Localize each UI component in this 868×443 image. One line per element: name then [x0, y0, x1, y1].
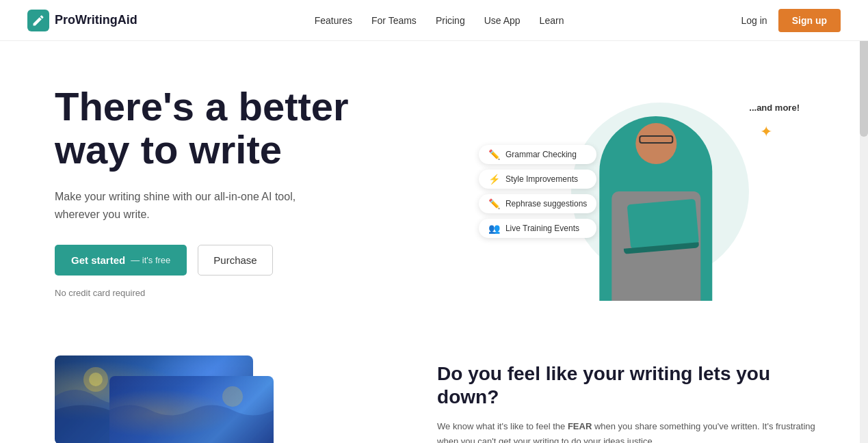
free-tag: — it's free	[131, 255, 170, 265]
section-desc-part2: your ideas justice.	[583, 436, 655, 443]
section-two-title: Do you feel like your writing lets you d…	[437, 362, 817, 408]
rephrase-label: Rephrase suggestions	[505, 199, 587, 209]
style-label: Style Improvements	[505, 174, 578, 184]
painting-section: My idea in my head	[55, 355, 396, 443]
logo[interactable]: ProWritingAid	[27, 10, 137, 31]
hero-cta: Get started — it's free Purchase	[55, 245, 472, 276]
logo-icon	[27, 10, 49, 31]
grammar-icon: ✏️	[488, 149, 500, 160]
pill-grammar: ✏️ Grammar Checking	[479, 145, 596, 164]
nav-actions: Log in Sign up	[741, 9, 841, 32]
style-icon: ⚡	[488, 174, 500, 185]
svg-point-1	[89, 373, 103, 386]
get-started-label: Get started	[71, 254, 125, 266]
nav-use-app[interactable]: Use App	[484, 15, 521, 26]
nav-for-teams[interactable]: For Teams	[371, 15, 417, 26]
nav-learn[interactable]: Learn	[540, 15, 564, 26]
pill-style: ⚡ Style Improvements	[479, 170, 596, 189]
hero-section: There's a better way to write Make your …	[0, 41, 868, 328]
scrollbar-track[interactable]	[860, 0, 868, 443]
card-front	[109, 376, 274, 443]
get-started-button[interactable]: Get started — it's free	[55, 245, 187, 276]
fear-text: FEAR	[568, 421, 592, 431]
signup-button[interactable]: Sign up	[778, 9, 841, 32]
hero-right: ✏️ Grammar Checking ⚡ Style Improvements…	[472, 82, 813, 301]
and-more-label: ...and more!	[749, 103, 800, 113]
training-icon: 👥	[488, 223, 500, 234]
hero-title-line1: There's a better	[55, 84, 349, 129]
main-content: There's a better way to write Make your …	[0, 0, 868, 443]
hero-subtitle: Make your writing shine with our all-in-…	[55, 188, 315, 223]
hero-left: There's a better way to write Make your …	[55, 85, 472, 299]
svg-point-2	[222, 386, 243, 407]
nav-pricing[interactable]: Pricing	[436, 15, 465, 26]
nav-features[interactable]: Features	[315, 15, 352, 26]
painting-cards: My idea in my head	[55, 355, 287, 443]
section-two-right: Do you feel like your writing lets you d…	[437, 355, 817, 443]
training-label: Live Training Events	[505, 224, 579, 233]
logo-text: ProWritingAid	[55, 13, 137, 27]
hero-title: There's a better way to write	[55, 85, 472, 172]
navbar: ProWritingAid Features For Teams Pricing…	[0, 0, 868, 41]
section-two: My idea in my head Do you feel like your…	[0, 328, 868, 443]
section-two-desc: We know what it's like to feel the FEAR …	[437, 419, 817, 443]
star-decoration: ✦	[760, 123, 772, 141]
hero-title-line2: way to write	[55, 127, 282, 172]
rephrase-icon: ✏️	[488, 198, 500, 209]
purchase-button[interactable]: Purchase	[198, 245, 272, 276]
pill-rephrase: ✏️ Rephrase suggestions	[479, 194, 596, 213]
login-button[interactable]: Log in	[741, 15, 767, 26]
grammar-label: Grammar Checking	[505, 150, 577, 159]
feature-pills: ✏️ Grammar Checking ⚡ Style Improvements…	[479, 145, 596, 238]
no-credit-card: No credit card required	[55, 288, 472, 298]
nav-links: Features For Teams Pricing Use App Learn	[315, 15, 564, 26]
pill-training: 👥 Live Training Events	[479, 219, 596, 238]
